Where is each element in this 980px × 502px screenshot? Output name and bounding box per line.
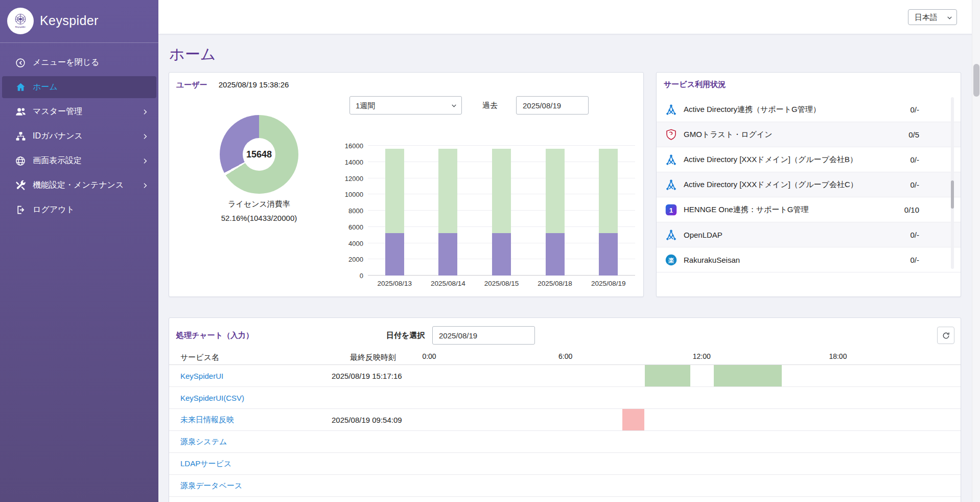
service-usage-value: 0/5 bbox=[908, 130, 919, 139]
x-axis-label: 2025/08/15 bbox=[475, 280, 528, 287]
sidebar-item-label: ホーム bbox=[33, 82, 58, 93]
service-list-scrollbar[interactable] bbox=[951, 97, 954, 269]
column-last-reflect: 最終反映時刻 bbox=[332, 353, 429, 362]
sidebar-item-collapse-menu[interactable]: メニューを閉じる bbox=[2, 52, 156, 74]
service-row: 楽RakurakuSeisan0/- bbox=[657, 247, 961, 272]
sidebar-item-logout[interactable]: ログアウト bbox=[2, 199, 156, 221]
language-select[interactable]: 日本語 bbox=[908, 10, 956, 25]
page-scrollbar-thumb[interactable] bbox=[973, 64, 979, 97]
donut-subtitle: 52.16%(10433/20000) bbox=[169, 211, 349, 225]
process-panel-title: 処理チャート（入力） bbox=[176, 331, 253, 340]
process-rows: KeySpiderUI2025/08/19 15:17:16KeySpiderU… bbox=[169, 365, 961, 502]
period-select[interactable]: 1週間 bbox=[350, 97, 461, 114]
y-axis-label: 0 bbox=[360, 272, 363, 280]
active-directory-icon bbox=[665, 103, 678, 116]
sidebar-item-globe[interactable]: 画面表示設定 bbox=[2, 150, 156, 172]
last-reflect-time: 2025/08/19 15:17:16 bbox=[332, 372, 429, 380]
service-label: Active Directory [XXXドメイン]（グループ会社C） bbox=[684, 180, 858, 190]
service-usage-value: 0/- bbox=[910, 105, 919, 114]
service-panel-title: サービス利用状況 bbox=[664, 80, 726, 89]
service-scrollbar-thumb[interactable] bbox=[951, 180, 954, 209]
user-bar-chart: 0200040006000800010000120001400016000 bbox=[368, 146, 635, 276]
gmo-trust-login-icon bbox=[665, 128, 678, 141]
service-label: GMOトラスト・ログイン bbox=[684, 130, 773, 140]
service-name-link[interactable]: 源泉システム bbox=[180, 437, 227, 446]
sidebar-item-label: マスター管理 bbox=[33, 106, 82, 117]
service-label: RakurakuSeisan bbox=[684, 256, 740, 264]
service-name-link[interactable]: 未来日情報反映 bbox=[180, 415, 234, 424]
time-tick-label: 12:00 bbox=[693, 352, 711, 360]
bar-segment-green-upper bbox=[438, 149, 457, 234]
chevron-right-icon bbox=[142, 108, 149, 116]
user-date-input[interactable] bbox=[516, 96, 589, 115]
process-row: LDAPサービス bbox=[169, 453, 961, 475]
sidebar-item-sitemap[interactable]: IDガバナンス bbox=[2, 125, 156, 147]
service-label: HENNGE One連携：サポートG管理 bbox=[684, 205, 808, 215]
user-panel-title: ユーザー bbox=[176, 80, 207, 90]
user-panel: ユーザー 2025/08/19 15:38:26 1週間 過去 15648 ライ… bbox=[169, 72, 644, 297]
service-list: Active Directory連携（サポートG管理）0/-GMOトラスト・ログ… bbox=[657, 97, 961, 272]
collapse-menu-icon bbox=[14, 57, 27, 69]
service-name-link[interactable]: KeySpiderUI bbox=[180, 372, 223, 380]
process-date-input[interactable] bbox=[432, 326, 535, 345]
service-usage-panel: サービス利用状況 Active Directory連携（サポートG管理）0/-G… bbox=[656, 72, 961, 297]
timeline-cell bbox=[429, 387, 961, 408]
active-directory-icon bbox=[665, 178, 678, 191]
service-label: Active Directory連携（サポートG管理） bbox=[684, 105, 821, 115]
users-icon bbox=[14, 106, 27, 118]
service-name-link[interactable]: KeySpiderUI(CSV) bbox=[180, 394, 244, 402]
period-select-wrap: 1週間 bbox=[349, 96, 462, 115]
process-row: 源泉データベース bbox=[169, 475, 961, 497]
bar-segment-purple-lower bbox=[385, 233, 404, 276]
service-usage-value: 0/- bbox=[910, 180, 919, 189]
sidebar: Keyspider Keyspider メニューを閉じるホームマスター管理IDガ… bbox=[0, 0, 158, 502]
sidebar-item-tools[interactable]: 機能設定・メンテナンス bbox=[2, 174, 156, 196]
y-axis-label: 4000 bbox=[348, 239, 363, 247]
service-row: 1HENNGE One連携：サポートG管理0/10 bbox=[657, 197, 961, 222]
service-name-link[interactable]: LDAPサービス bbox=[180, 459, 231, 468]
stacked-bar bbox=[438, 146, 457, 276]
donut-title: ライセンス消費率 bbox=[169, 197, 349, 211]
timeline-cell bbox=[429, 497, 961, 502]
active-directory-icon bbox=[665, 229, 678, 241]
chevron-right-icon bbox=[142, 157, 149, 165]
process-table: サービス名 最終反映時刻 0:006:0012:0018:00 KeySpide… bbox=[169, 351, 961, 502]
hennge-one-icon: 1 bbox=[665, 203, 678, 216]
timeline-cell bbox=[429, 475, 961, 496]
sidebar-menu: メニューを閉じるホームマスター管理IDガバナンス画面表示設定機能設定・メンテナン… bbox=[0, 43, 158, 221]
x-axis-label: 2025/08/14 bbox=[422, 280, 475, 287]
page-scrollbar[interactable] bbox=[972, 0, 980, 502]
process-row: KeySpiderUI(CSV) bbox=[169, 387, 961, 409]
service-usage-value: 0/- bbox=[910, 155, 919, 164]
sidebar-item-home[interactable]: ホーム bbox=[2, 76, 156, 98]
stacked-bar bbox=[492, 146, 511, 276]
keyspider-logo: Keyspider bbox=[7, 8, 34, 34]
sidebar-item-users[interactable]: マスター管理 bbox=[2, 101, 156, 123]
process-table-header: サービス名 最終反映時刻 0:006:0012:0018:00 bbox=[169, 351, 961, 365]
keyspider-dashboard: Keyspider Keyspider メニューを閉じるホームマスター管理IDガ… bbox=[0, 0, 980, 502]
license-donut-chart: 15648 bbox=[220, 115, 298, 194]
service-usage-value: 0/- bbox=[910, 256, 919, 264]
y-axis-label: 14000 bbox=[345, 158, 363, 166]
sidebar-header: Keyspider Keyspider bbox=[0, 0, 158, 43]
service-name-link[interactable]: 源泉データベース bbox=[180, 481, 242, 490]
process-row: 未来日情報反映2025/08/19 09:54:09 bbox=[169, 409, 961, 431]
service-row: Active Directory [XXXドメイン]（グループ会社C）0/- bbox=[657, 172, 961, 197]
sidebar-item-label: 画面表示設定 bbox=[33, 155, 82, 166]
past-label: 過去 bbox=[482, 101, 498, 110]
bar-segment-green-upper bbox=[599, 149, 618, 234]
timeline-cell bbox=[429, 431, 961, 452]
column-service-name: サービス名 bbox=[180, 353, 332, 362]
bar-segment-green-upper bbox=[492, 149, 511, 234]
y-axis-label: 12000 bbox=[345, 174, 363, 182]
x-axis-label: 2025/08/13 bbox=[368, 280, 422, 287]
service-row: OpenLDAP0/- bbox=[657, 222, 961, 247]
active-directory-icon bbox=[665, 153, 678, 166]
y-axis-label: 10000 bbox=[345, 191, 363, 198]
logout-icon bbox=[14, 204, 27, 215]
refresh-button[interactable] bbox=[937, 327, 954, 344]
user-panel-header: ユーザー 2025/08/19 15:38:26 bbox=[176, 80, 289, 90]
bar-chart-x-labels: 2025/08/132025/08/142025/08/152025/08/18… bbox=[368, 280, 635, 287]
bar-segment-green-upper bbox=[546, 149, 565, 234]
donut-center-value: 15648 bbox=[243, 138, 275, 171]
